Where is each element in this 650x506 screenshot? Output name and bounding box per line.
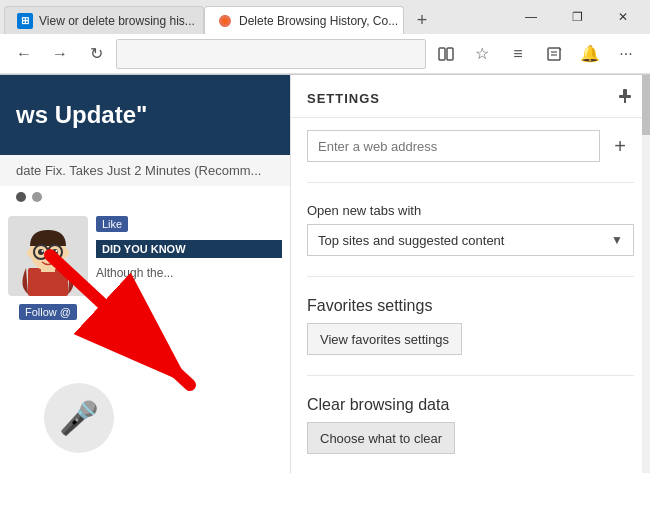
browser-toolbar: ← → ↻ ☆ ≡ 🔔 ···: [0, 34, 650, 74]
open-new-tabs-label: Open new tabs with: [307, 203, 634, 218]
svg-rect-22: [619, 95, 631, 98]
divider-3: [307, 375, 634, 376]
main-area: ws Update" date Fix. Takes Just 2 Minute…: [0, 75, 650, 473]
edge-icon: [217, 13, 233, 29]
like-button[interactable]: Like: [96, 216, 128, 232]
tab-1[interactable]: ⊞ View or delete browsing his... ✕: [4, 6, 204, 34]
divider-1: [307, 182, 634, 183]
back-button[interactable]: ←: [8, 38, 40, 70]
dropdown-value: Top sites and suggested content: [318, 233, 504, 248]
dots-indicator: [0, 186, 290, 208]
webpage-header-text: ws Update": [16, 101, 147, 129]
window-controls: — ❐ ✕: [508, 0, 646, 34]
clear-browsing-title: Clear browsing data: [307, 396, 634, 414]
svg-rect-1: [447, 48, 453, 60]
dot-1: [16, 192, 26, 202]
svg-rect-0: [439, 48, 445, 60]
choose-what-to-clear-button[interactable]: Choose what to clear: [307, 422, 455, 454]
chevron-down-icon: ▼: [611, 233, 623, 247]
view-favorites-settings-button[interactable]: View favorites settings: [307, 323, 462, 355]
settings-title: SETTINGS: [307, 91, 380, 106]
settings-add-button[interactable]: +: [606, 132, 634, 160]
webpage-header: ws Update": [0, 75, 290, 155]
maximize-button[interactable]: ❐: [554, 0, 600, 34]
clear-browsing-data-section: Clear browsing data Choose what to clear: [307, 396, 634, 454]
settings-panel: SETTINGS + Open new tabs with: [290, 75, 650, 473]
new-tabs-dropdown[interactable]: Top sites and suggested content ▼: [307, 224, 634, 256]
settings-address-input[interactable]: [307, 130, 600, 162]
svg-rect-23: [624, 98, 626, 103]
forward-button[interactable]: →: [44, 38, 76, 70]
more-button[interactable]: ···: [610, 38, 642, 70]
webpage-subtext: date Fix. Takes Just 2 Minutes (Recomm..…: [0, 155, 290, 186]
svg-line-20: [50, 255, 190, 385]
favorites-icon[interactable]: ☆: [466, 38, 498, 70]
add-tab-button[interactable]: +: [408, 6, 436, 34]
open-new-tabs-section: Open new tabs with Top sites and suggest…: [307, 203, 634, 256]
webpage-content: ws Update" date Fix. Takes Just 2 Minute…: [0, 75, 290, 473]
pin-button[interactable]: [616, 87, 634, 109]
red-arrow: [30, 235, 230, 415]
settings-body: + Open new tabs with Top sites and sugge…: [291, 118, 650, 473]
windows-icon: ⊞: [17, 13, 33, 29]
address-input-row: +: [307, 130, 634, 162]
svg-rect-2: [548, 48, 560, 60]
refresh-button[interactable]: ↻: [80, 38, 112, 70]
tab-2-label: Delete Browsing History, Co...: [239, 14, 398, 28]
tab-1-label: View or delete browsing his...: [39, 14, 195, 28]
settings-header: SETTINGS: [291, 75, 650, 118]
favorites-section-title: Favorites settings: [307, 297, 634, 315]
dot-2: [32, 192, 42, 202]
notifications-icon[interactable]: 🔔: [574, 38, 606, 70]
tab-bar: ⊞ View or delete browsing his... ✕ Delet…: [0, 0, 650, 34]
address-bar[interactable]: [116, 39, 426, 69]
hub-icon[interactable]: ≡: [502, 38, 534, 70]
reading-view-icon[interactable]: [430, 38, 462, 70]
divider-2: [307, 276, 634, 277]
close-button[interactable]: ✕: [600, 0, 646, 34]
tab-2[interactable]: Delete Browsing History, Co... ✕: [204, 6, 404, 34]
favorites-settings-section: Favorites settings View favorites settin…: [307, 297, 634, 355]
minimize-button[interactable]: —: [508, 0, 554, 34]
notes-icon[interactable]: [538, 38, 570, 70]
